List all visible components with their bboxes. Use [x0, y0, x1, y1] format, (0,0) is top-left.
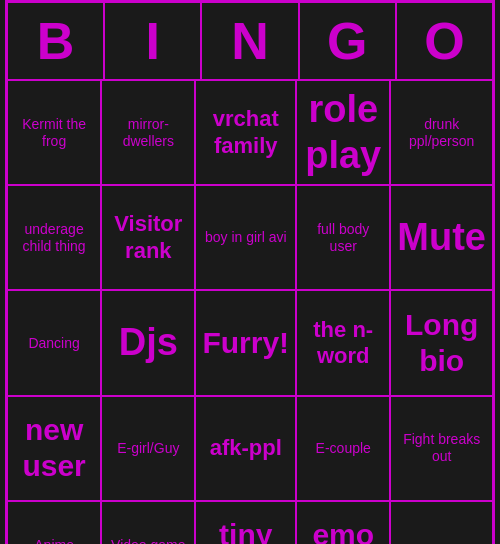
bingo-cell: Furry!	[195, 290, 296, 395]
bingo-cell: Djs	[101, 290, 195, 395]
bingo-cell: Anime character	[7, 501, 101, 544]
header-letter: N	[201, 2, 298, 80]
bingo-cell: full body user	[296, 185, 390, 290]
bingo-header: BINGO	[7, 2, 493, 80]
bingo-cell: E-girl/Guy	[101, 396, 195, 501]
bingo-cell: Trusted rank	[390, 501, 493, 544]
bingo-cell: tiny avi	[195, 501, 296, 544]
bingo-cell: emo bio	[296, 501, 390, 544]
bingo-cell: Kermit the frog	[7, 80, 101, 185]
bingo-cell: role play	[296, 80, 390, 185]
header-letter: G	[299, 2, 396, 80]
bingo-cell: Mute	[390, 185, 493, 290]
header-letter: I	[104, 2, 201, 80]
bingo-cell: the n-word	[296, 290, 390, 395]
bingo-cell: new user	[7, 396, 101, 501]
header-letter: O	[396, 2, 493, 80]
bingo-cell: afk-ppl	[195, 396, 296, 501]
bingo-cell: mirror-dwellers	[101, 80, 195, 185]
bingo-cell: vrchat family	[195, 80, 296, 185]
bingo-cell: Video game character	[101, 501, 195, 544]
bingo-cell: boy in girl avi	[195, 185, 296, 290]
bingo-cell: underage child thing	[7, 185, 101, 290]
bingo-grid: Kermit the frogmirror-dwellersvrchat fam…	[7, 80, 493, 544]
header-letter: B	[7, 2, 104, 80]
bingo-cell: Fight breaks out	[390, 396, 493, 501]
bingo-cell: E-couple	[296, 396, 390, 501]
bingo-cell: drunk ppl/person	[390, 80, 493, 185]
bingo-card: BINGO Kermit the frogmirror-dwellersvrch…	[5, 0, 495, 544]
bingo-cell: Dancing	[7, 290, 101, 395]
bingo-cell: Visitor rank	[101, 185, 195, 290]
bingo-cell: Long bio	[390, 290, 493, 395]
